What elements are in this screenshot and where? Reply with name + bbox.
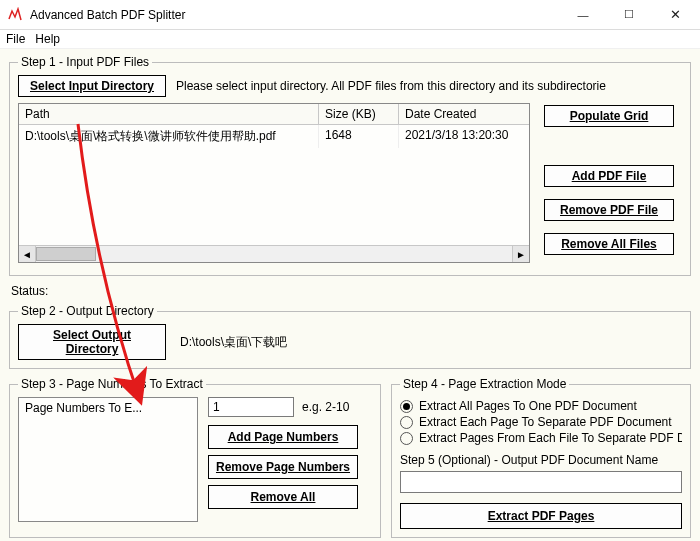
window-controls: — ☐ ✕	[560, 0, 698, 30]
table-row[interactable]: D:\tools\桌面\格式转换\微讲师软件使用帮助.pdf 1648 2021…	[19, 125, 529, 148]
cell-path: D:\tools\桌面\格式转换\微讲师软件使用帮助.pdf	[19, 125, 319, 148]
menu-file[interactable]: File	[6, 32, 25, 46]
scroll-right-icon[interactable]: ►	[512, 246, 529, 262]
col-path[interactable]: Path	[19, 104, 319, 124]
client-area: Step 1 - Input PDF Files Select Input Di…	[0, 49, 700, 541]
select-input-directory-button[interactable]: Select Input Directory	[18, 75, 166, 97]
step4-group: Step 4 - Page Extraction Mode Extract Al…	[391, 377, 691, 538]
grid-header: Path Size (KB) Date Created	[19, 104, 529, 125]
radio-label-3: Extract Pages From Each File To Separate…	[419, 431, 682, 445]
grid-horizontal-scrollbar[interactable]: ◄ ►	[19, 245, 529, 262]
populate-grid-button[interactable]: Populate Grid	[544, 105, 674, 127]
window-title: Advanced Batch PDF Splitter	[30, 8, 560, 22]
output-pdf-name-input[interactable]	[400, 471, 682, 493]
step2-legend: Step 2 - Output Directory	[18, 304, 157, 318]
radio-label-1: Extract All Pages To One PDF Document	[419, 399, 637, 413]
radio-icon	[400, 416, 413, 429]
step4-legend: Step 4 - Page Extraction Mode	[400, 377, 569, 391]
remove-page-numbers-button[interactable]: Remove Page Numbers	[208, 455, 358, 479]
listbox-header: Page Numbers To E...	[25, 401, 191, 415]
minimize-button[interactable]: —	[560, 0, 606, 30]
cell-date: 2021/3/18 13:20:30	[399, 125, 529, 148]
extract-pdf-pages-button[interactable]: Extract PDF Pages	[400, 503, 682, 529]
step1-hint: Please select input directory. All PDF f…	[176, 79, 606, 93]
menubar: File Help	[0, 30, 700, 49]
maximize-button[interactable]: ☐	[606, 0, 652, 30]
step1-legend: Step 1 - Input PDF Files	[18, 55, 152, 69]
step1-group: Step 1 - Input PDF Files Select Input Di…	[9, 55, 691, 276]
cell-size: 1648	[319, 125, 399, 148]
select-output-directory-button[interactable]: Select Output Directory	[18, 324, 166, 360]
col-date[interactable]: Date Created	[399, 104, 529, 124]
radio-label-2: Extract Each Page To Separate PDF Docume…	[419, 415, 672, 429]
add-page-numbers-button[interactable]: Add Page Numbers	[208, 425, 358, 449]
page-numbers-example: e.g. 2-10	[302, 400, 349, 414]
status-label: Status:	[11, 284, 691, 298]
step3-legend: Step 3 - Page Numbers To Extract	[18, 377, 206, 391]
close-button[interactable]: ✕	[652, 0, 698, 30]
add-pdf-file-button[interactable]: Add PDF File	[544, 165, 674, 187]
remove-pdf-file-button[interactable]: Remove PDF File	[544, 199, 674, 221]
menu-help[interactable]: Help	[35, 32, 60, 46]
radio-icon	[400, 432, 413, 445]
output-directory-path: D:\tools\桌面\下载吧	[180, 334, 287, 351]
step5-label: Step 5 (Optional) - Output PDF Document …	[400, 453, 682, 467]
radio-icon	[400, 400, 413, 413]
radio-extract-each-separate[interactable]: Extract Each Page To Separate PDF Docume…	[400, 415, 682, 429]
page-numbers-listbox[interactable]: Page Numbers To E...	[18, 397, 198, 522]
remove-all-page-numbers-button[interactable]: Remove All	[208, 485, 358, 509]
titlebar: Advanced Batch PDF Splitter — ☐ ✕	[0, 0, 700, 30]
step3-group: Step 3 - Page Numbers To Extract Page Nu…	[9, 377, 381, 538]
step2-group: Step 2 - Output Directory Select Output …	[9, 304, 691, 369]
step1-side-buttons: Populate Grid Add PDF File Remove PDF Fi…	[544, 103, 682, 267]
app-icon	[8, 7, 24, 23]
col-size[interactable]: Size (KB)	[319, 104, 399, 124]
radio-extract-all-to-one[interactable]: Extract All Pages To One PDF Document	[400, 399, 682, 413]
remove-all-files-button[interactable]: Remove All Files	[544, 233, 674, 255]
scroll-left-icon[interactable]: ◄	[19, 246, 36, 262]
radio-extract-each-file-separate[interactable]: Extract Pages From Each File To Separate…	[400, 431, 682, 445]
page-numbers-input[interactable]	[208, 397, 294, 417]
scroll-thumb[interactable]	[36, 247, 96, 261]
input-files-grid[interactable]: Path Size (KB) Date Created D:\tools\桌面\…	[18, 103, 530, 263]
